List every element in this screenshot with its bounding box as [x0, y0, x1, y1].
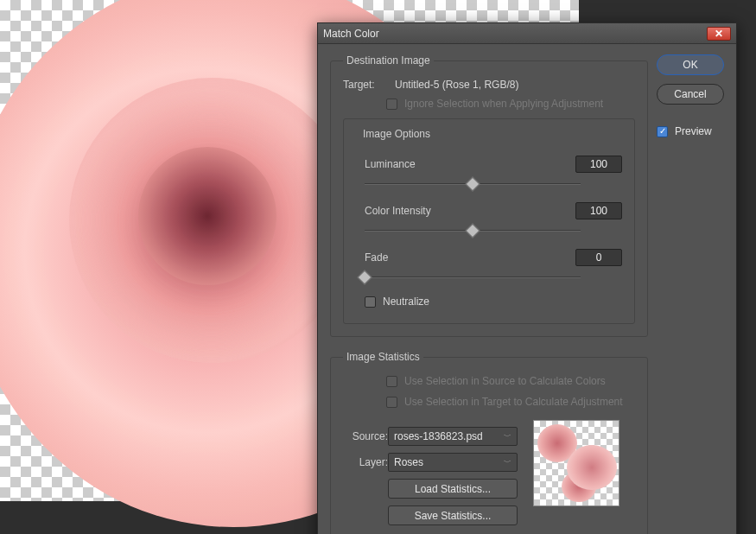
save-statistics-button[interactable]: Save Statistics...	[388, 505, 518, 525]
load-statistics-button[interactable]: Load Statistics...	[388, 479, 518, 499]
use-source-selection-label: Use Selection in Source to Calculate Col…	[404, 375, 606, 387]
layer-select[interactable]: Roses ﹀	[388, 453, 518, 472]
target-label: Target:	[343, 79, 388, 91]
color-intensity-label: Color Intensity	[356, 205, 477, 217]
luminance-input[interactable]: 100	[575, 156, 622, 173]
fade-label: Fade	[356, 251, 477, 264]
match-color-dialog: Match Color ✕ Destination Image Target: …	[317, 22, 737, 534]
image-statistics-legend: Image Statistics	[343, 351, 423, 363]
target-value: Untitled-5 (Rose 1, RGB/8)	[395, 79, 518, 91]
image-options-group: Image Options Luminance 100 Color Intens…	[343, 118, 635, 324]
luminance-slider[interactable]	[365, 178, 581, 190]
destination-image-group: Destination Image Target: Untitled-5 (Ro…	[330, 54, 648, 337]
close-icon: ✕	[715, 29, 723, 39]
luminance-label: Luminance	[356, 158, 477, 170]
layer-label: Layer:	[343, 456, 388, 468]
ignore-selection-label: Ignore Selection when Applying Adjustmen…	[404, 98, 603, 110]
source-select[interactable]: roses-1836823.psd ﹀	[388, 427, 518, 446]
neutralize-checkbox[interactable]	[365, 296, 376, 308]
use-target-selection-label: Use Selection in Target to Calculate Adj…	[404, 396, 623, 408]
layer-select-value: Roses	[394, 456, 423, 468]
cancel-button[interactable]: Cancel	[657, 84, 724, 105]
image-statistics-group: Image Statistics Use Selection in Source…	[330, 351, 648, 534]
preview-label: Preview	[675, 125, 712, 137]
close-button[interactable]: ✕	[707, 27, 731, 41]
fade-slider[interactable]	[365, 271, 581, 283]
use-source-selection-checkbox	[386, 376, 397, 387]
dialog-titlebar[interactable]: Match Color ✕	[318, 23, 736, 44]
ignore-selection-checkbox	[386, 99, 397, 110]
use-target-selection-checkbox	[386, 397, 397, 408]
destination-legend: Destination Image	[343, 54, 434, 67]
neutralize-label: Neutralize	[383, 296, 429, 308]
ok-button[interactable]: OK	[657, 54, 724, 75]
source-preview-thumbnail	[533, 420, 619, 506]
dialog-title: Match Color	[323, 28, 707, 40]
preview-checkbox[interactable]	[657, 126, 668, 137]
color-intensity-input[interactable]: 100	[575, 202, 622, 219]
image-options-legend: Image Options	[359, 128, 434, 140]
color-intensity-slider[interactable]	[365, 225, 581, 237]
chevron-down-icon: ﹀	[504, 457, 511, 468]
source-label: Source:	[343, 430, 388, 442]
chevron-down-icon: ﹀	[504, 431, 511, 442]
source-select-value: roses-1836823.psd	[394, 430, 483, 442]
fade-input[interactable]: 0	[575, 249, 622, 266]
